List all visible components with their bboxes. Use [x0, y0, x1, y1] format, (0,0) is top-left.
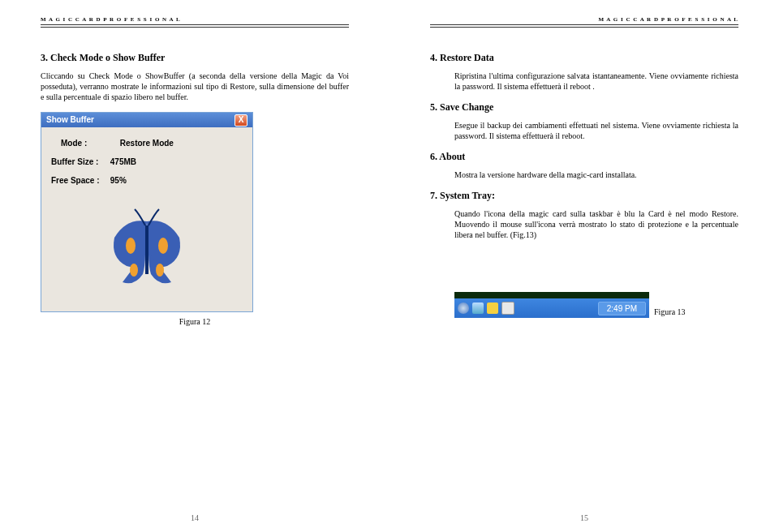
- label-free: Free Space :: [51, 176, 108, 185]
- tray-icon-magiccard[interactable]: [458, 302, 469, 314]
- tray-icon-monitor[interactable]: [472, 302, 484, 314]
- page-header-left: M A G I C C A R D P R O F E S S I O N A …: [41, 16, 349, 25]
- show-buffer-window: Show Buffer X Mode : Restore Mode Buffer…: [41, 112, 253, 312]
- value-mode: Restore Mode: [120, 139, 174, 148]
- figure-12-caption: Figura 12: [41, 317, 349, 326]
- svg-point-3: [156, 264, 164, 277]
- row-size: Buffer Size : 475MB: [51, 157, 243, 166]
- figure-13-caption: Figura 13: [654, 307, 686, 318]
- heading-4: 4. Restore Data: [430, 52, 738, 64]
- label-size: Buffer Size :: [51, 157, 108, 166]
- page-number-left: 14: [41, 513, 349, 522]
- value-free: 95%: [110, 176, 127, 185]
- svg-rect-4: [145, 225, 148, 274]
- left-page: M A G I C C A R D P R O F E S S I O N A …: [0, 0, 390, 532]
- tray-icon-generic[interactable]: [501, 302, 514, 315]
- tray-icon-shield[interactable]: [487, 302, 498, 314]
- para-3: Cliccando su Check Mode o ShowBuffer (a …: [41, 71, 349, 102]
- row-free: Free Space : 95%: [51, 176, 243, 185]
- wings-logo: [51, 201, 243, 307]
- para-5: Esegue il backup dei cambiamenti effettu…: [454, 120, 738, 141]
- heading-7: 7. System Tray:: [430, 190, 738, 202]
- svg-point-2: [130, 264, 138, 277]
- clock[interactable]: 2:49 PM: [598, 302, 646, 315]
- system-tray-screenshot: 2:49 PM: [454, 292, 649, 318]
- para-4: Ripristina l'ultima configurazione salva…: [454, 71, 738, 92]
- heading-3: 3. Check Mode o Show Buffer: [41, 52, 349, 64]
- page-header-right: M A G I C C A R D P R O F E S S I O N A …: [430, 16, 738, 25]
- heading-6: 6. About: [430, 151, 738, 163]
- value-size: 475MB: [110, 157, 136, 166]
- taskbar: 2:49 PM: [454, 298, 649, 318]
- butterfly-icon: [98, 205, 196, 302]
- para-7: Quando l'icona della magic card sulla ta…: [454, 208, 738, 240]
- titlebar: Show Buffer X: [41, 113, 252, 127]
- label-mode: Mode :: [61, 139, 118, 148]
- row-mode: Mode : Restore Mode: [61, 139, 243, 148]
- close-icon[interactable]: X: [235, 114, 247, 127]
- desktop-sliver: [454, 292, 649, 298]
- svg-point-0: [126, 238, 136, 254]
- window-title: Show Buffer: [46, 113, 94, 127]
- svg-point-1: [158, 238, 168, 254]
- heading-5: 5. Save Change: [430, 101, 738, 114]
- page-number-right: 15: [430, 513, 738, 522]
- right-page: M A G I C C A R D P R O F E S S I O N A …: [390, 0, 779, 532]
- para-6: Mostra la versione hardware della magic-…: [454, 169, 738, 180]
